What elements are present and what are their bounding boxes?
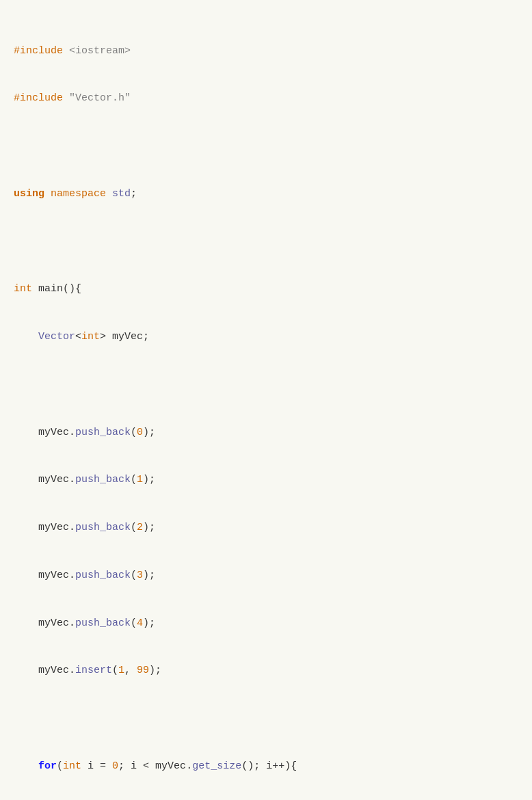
line-for-1: for(int i = 0; i < myVec.get_size(); i++… xyxy=(14,758,518,774)
line-include-iostream: #include <iostream> xyxy=(14,43,518,59)
line-blank-2 xyxy=(14,234,518,250)
line-push-back-1: myVec.push_back(1); xyxy=(14,472,518,488)
line-insert: myVec.insert(1, 99); xyxy=(14,663,518,678)
line-push-back-3: myVec.push_back(3); xyxy=(14,568,518,583)
line-include-vectorh: #include "Vector.h" xyxy=(14,90,518,106)
line-main-open: int main(){ xyxy=(14,281,518,297)
line-blank-1 xyxy=(14,138,518,154)
line-blank-4 xyxy=(14,710,518,726)
line-using: using namespace std; xyxy=(14,186,518,202)
code-viewer: #include <iostream> #include "Vector.h" … xyxy=(14,11,518,800)
line-vector-decl: Vector<int> myVec; xyxy=(14,329,518,345)
line-push-back-4: myVec.push_back(4); xyxy=(14,615,518,631)
line-blank-3 xyxy=(14,377,518,392)
line-push-back-2: myVec.push_back(2); xyxy=(14,520,518,535)
line-push-back-0: myVec.push_back(0); xyxy=(14,425,518,440)
